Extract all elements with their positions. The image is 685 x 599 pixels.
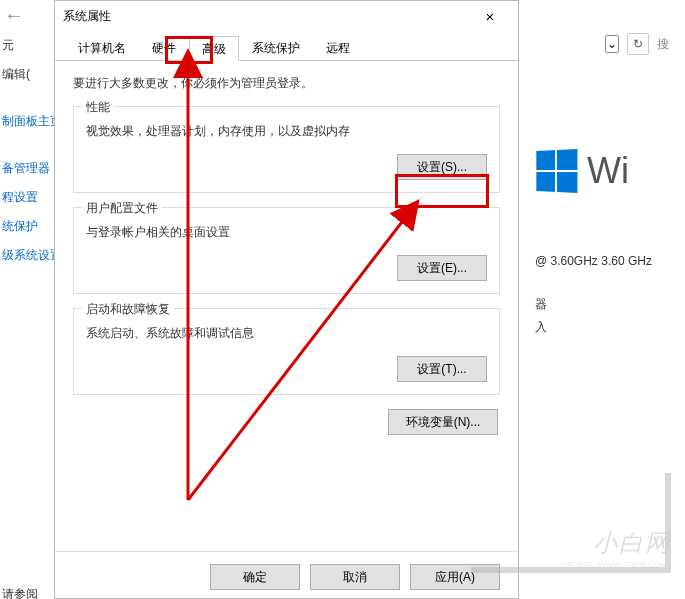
performance-settings-button[interactable]: 设置(S)...	[397, 154, 487, 180]
windows-logo: Wi	[535, 150, 685, 192]
dialog-titlebar: 系统属性 ×	[55, 1, 518, 31]
startup-recovery-group: 启动和故障恢复 系统启动、系统故障和调试信息 设置(T)...	[73, 308, 500, 395]
watermark-url: XIAOBAI · WWW.XNEW.COM	[559, 560, 667, 569]
tab-remote[interactable]: 远程	[313, 35, 363, 60]
tab-computer-name[interactable]: 计算机名	[65, 35, 139, 60]
bg-edit[interactable]: 编辑(	[0, 60, 55, 89]
user-profile-desc: 与登录帐户相关的桌面设置	[86, 224, 487, 241]
cancel-button[interactable]: 取消	[310, 564, 400, 590]
intro-text: 要进行大多数更改，你必须作为管理员登录。	[73, 75, 500, 92]
bg-misc1: 器	[535, 296, 685, 313]
bg-unit: 元	[0, 31, 55, 60]
user-profile-group: 用户配置文件 与登录帐户相关的桌面设置 设置(E)...	[73, 207, 500, 294]
bg-device-mgr[interactable]: 备管理器	[0, 154, 55, 183]
windows-text: Wi	[587, 150, 629, 192]
dialog-buttons: 确定 取消 应用(A)	[55, 551, 518, 590]
tab-hardware[interactable]: 硬件	[139, 35, 189, 60]
startup-desc: 系统启动、系统故障和调试信息	[86, 325, 487, 342]
user-profile-title: 用户配置文件	[82, 200, 162, 217]
performance-group: 性能 视觉效果，处理器计划，内存使用，以及虚拟内存 设置(S)...	[73, 106, 500, 193]
tab-system-protection[interactable]: 系统保护	[239, 35, 313, 60]
bg-misc2: 入	[535, 319, 685, 336]
windows-icon	[536, 149, 577, 193]
tab-advanced[interactable]: 高级	[189, 36, 239, 61]
bg-adv-sys[interactable]: 级系统设置	[0, 241, 55, 270]
search-label[interactable]: 搜	[657, 36, 669, 53]
dialog-title: 系统属性	[63, 8, 470, 25]
dropdown-icon[interactable]: ⌄	[605, 35, 619, 53]
user-profile-settings-button[interactable]: 设置(E)...	[397, 255, 487, 281]
ok-button[interactable]: 确定	[210, 564, 300, 590]
performance-title: 性能	[82, 99, 114, 116]
startup-settings-button[interactable]: 设置(T)...	[397, 356, 487, 382]
close-icon[interactable]: ×	[470, 8, 510, 25]
dialog-body: 要进行大多数更改，你必须作为管理员登录。 性能 视觉效果，处理器计划，内存使用，…	[55, 61, 518, 467]
back-arrow-icon[interactable]: ←	[0, 0, 55, 31]
watermark-text: 小白网	[593, 527, 671, 559]
performance-desc: 视觉效果，处理器计划，内存使用，以及虚拟内存	[86, 123, 487, 140]
bg-sys-protect[interactable]: 统保护	[0, 212, 55, 241]
bg-see-also: 请参阅	[0, 580, 55, 599]
system-properties-dialog: 系统属性 × 计算机名 硬件 高级 系统保护 远程 要进行大多数更改，你必须作为…	[54, 0, 519, 599]
startup-title: 启动和故障恢复	[82, 301, 174, 318]
bg-remote-set[interactable]: 程设置	[0, 183, 55, 212]
refresh-icon[interactable]: ↻	[627, 33, 649, 55]
env-variables-button[interactable]: 环境变量(N)...	[388, 409, 498, 435]
background-top-controls: ⌄ ↻ 搜	[605, 30, 685, 58]
bg-panel-home[interactable]: 制面板主页	[0, 107, 55, 136]
background-right-panel: Wi @ 3.60GHz 3.60 GHz 器 入	[535, 130, 685, 336]
dialog-tabs: 计算机名 硬件 高级 系统保护 远程	[55, 35, 518, 61]
cpu-info: @ 3.60GHz 3.60 GHz	[535, 254, 685, 268]
background-left-panel: ← 元 编辑( 制面板主页 备管理器 程设置 统保护 级系统设置 请参阅 全和维…	[0, 0, 55, 599]
